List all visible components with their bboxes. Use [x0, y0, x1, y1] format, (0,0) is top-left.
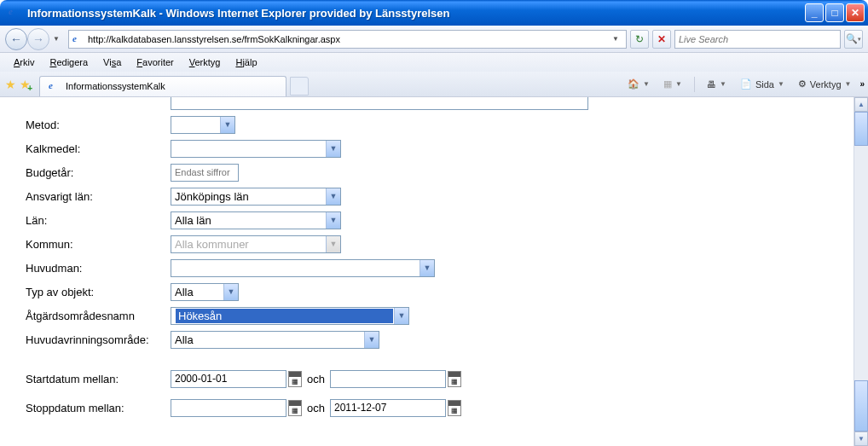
browser-tab[interactable]: e InformationssystemKalk — [39, 76, 286, 96]
add-favorite-icon[interactable]: ★+ — [20, 78, 31, 91]
ie-logo-icon: e — [9, 6, 22, 20]
overflow-icon[interactable]: » — [859, 79, 863, 89]
refresh-button[interactable]: ↻ — [630, 30, 649, 49]
chevron-down-icon: ▼ — [220, 117, 234, 133]
home-button[interactable]: 🏠▼ — [622, 77, 655, 91]
label-och-stop: och — [307, 402, 325, 414]
input-stoppdatum-to[interactable] — [330, 399, 446, 417]
calendar-button-start-from[interactable]: ▦ — [288, 371, 302, 387]
page-content: Metod: ▼ Kalkmedel: ▼ Budgetår: Ansvarig… — [0, 97, 854, 446]
select-metod[interactable]: ▼ — [171, 116, 235, 134]
select-typ-av-objekt[interactable]: Alla▼ — [171, 283, 239, 301]
menu-hjalp[interactable]: Hjälp — [229, 55, 263, 69]
window-title: InformationssystemKalk - Windows Interne… — [27, 7, 805, 20]
address-bar[interactable]: e ▼ — [68, 30, 627, 49]
label-startdatum: Startdatum mellan: — [26, 373, 171, 385]
calendar-icon: ▦ — [289, 377, 301, 386]
tab-toolbar-row: ★ ★+ e InformationssystemKalk 🏠▼ ▦▼ 🖶▼ 📄… — [0, 72, 868, 97]
scroll-down-button[interactable]: ▼ — [854, 432, 868, 446]
feeds-button[interactable]: ▦▼ — [658, 77, 687, 91]
input-startdatum-from[interactable] — [171, 370, 286, 388]
menu-redigera[interactable]: Redigera — [43, 55, 95, 69]
rss-icon: ▦ — [663, 78, 672, 90]
maximize-button[interactable]: □ — [825, 3, 844, 22]
select-lan[interactable]: Alla län▼ — [171, 211, 341, 229]
chevron-down-icon: ▼ — [326, 188, 340, 205]
print-icon: 🖶 — [707, 79, 716, 90]
favorites-icon[interactable]: ★ — [5, 78, 16, 91]
url-dropdown[interactable]: ▼ — [609, 35, 622, 43]
menu-favoriter[interactable]: Favoriter — [130, 55, 180, 69]
calendar-button-stop-to[interactable]: ▦ — [448, 400, 461, 416]
chevron-down-icon: ▼ — [223, 284, 238, 300]
calendar-button-stop-from[interactable]: ▦ — [288, 400, 302, 416]
label-lan: Län: — [26, 214, 171, 227]
window-titlebar: e InformationssystemKalk - Windows Inter… — [0, 0, 868, 26]
calendar-icon: ▦ — [289, 406, 301, 415]
new-tab-button[interactable] — [290, 77, 309, 96]
chevron-down-icon: ▼ — [326, 141, 340, 157]
tools-button[interactable]: ⚙Verktyg▼ — [793, 77, 857, 91]
stop-button[interactable]: ✕ — [652, 30, 671, 49]
input-startdatum-to[interactable] — [330, 370, 446, 388]
page-button[interactable]: 📄Sida▼ — [735, 77, 790, 91]
label-ansvarigt-lan: Ansvarigt län: — [26, 190, 171, 203]
chevron-down-icon: ▼ — [394, 308, 408, 324]
scroll-up-button[interactable]: ▲ — [854, 97, 868, 112]
window-controls: _ □ ✕ — [805, 3, 865, 22]
menu-bar: AArkivrkiv Redigera Visa Favoriter Verkt… — [0, 53, 868, 72]
print-button[interactable]: 🖶▼ — [702, 78, 732, 91]
calendar-button-start-to[interactable]: ▦ — [448, 371, 461, 387]
chevron-down-icon: ▼ — [420, 260, 434, 276]
select-atgardsomradesnamn[interactable]: Hökesån▼ — [171, 307, 409, 325]
label-kalkmedel: Kalkmedel: — [26, 142, 171, 155]
forward-button[interactable]: → — [27, 28, 49, 50]
label-huvudavrinningsomrade: Huvudavrinningsområde: — [26, 333, 171, 346]
search-button[interactable]: 🔍▾ — [844, 30, 863, 49]
close-button[interactable]: ✕ — [846, 3, 865, 22]
vertical-scrollbar[interactable]: ▲ ▼ — [854, 97, 868, 446]
minimize-button[interactable]: _ — [805, 3, 824, 22]
url-input[interactable] — [88, 34, 609, 44]
label-stoppdatum: Stoppdatum mellan: — [26, 402, 171, 414]
select-huvudman[interactable]: ▼ — [171, 259, 435, 277]
tab-icon: e — [49, 80, 61, 92]
chevron-down-icon: ▼ — [364, 332, 379, 348]
select-kalkmedel[interactable]: ▼ — [171, 140, 341, 158]
back-button[interactable]: ← — [5, 28, 27, 50]
menu-verktyg[interactable]: Verktyg — [182, 55, 228, 69]
input-budgetar[interactable] — [171, 164, 239, 182]
gear-icon: ⚙ — [798, 78, 807, 90]
page-icon: e — [72, 33, 84, 45]
label-atgardsomradesnamn: Åtgärdsområdesnamn — [26, 310, 171, 322]
nav-history-dropdown[interactable]: ▼ — [53, 35, 65, 43]
truncated-input[interactable] — [171, 97, 588, 110]
label-kommun: Kommun: — [26, 238, 171, 251]
menu-arkiv[interactable]: AArkivrkiv — [7, 55, 41, 69]
label-typ-av-objekt: Typ av objekt: — [26, 286, 171, 298]
search-box[interactable] — [674, 30, 841, 49]
tab-title: InformationssystemKalk — [66, 81, 165, 91]
select-kommun: Alla kommuner▼ — [171, 235, 341, 253]
input-stoppdatum-from[interactable] — [171, 399, 286, 417]
menu-visa[interactable]: Visa — [96, 55, 128, 69]
scroll-thumb-lower[interactable] — [854, 380, 868, 432]
page-icon-btn: 📄 — [740, 78, 752, 90]
search-input[interactable] — [679, 34, 836, 44]
label-huvudman: Huvudman: — [26, 262, 171, 275]
select-huvudavrinningsomrade[interactable]: Alla▼ — [171, 331, 379, 349]
label-och-start: och — [307, 373, 325, 385]
nav-bar: ← → ▼ e ▼ ↻ ✕ 🔍▾ — [0, 26, 868, 53]
home-icon: 🏠 — [628, 78, 639, 90]
calendar-icon: ▦ — [448, 406, 460, 415]
chevron-down-icon: ▼ — [326, 212, 340, 229]
calendar-icon: ▦ — [448, 377, 460, 386]
chevron-down-icon: ▼ — [326, 236, 340, 252]
label-metod: Metod: — [26, 119, 171, 131]
scroll-thumb[interactable] — [854, 112, 868, 146]
select-ansvarigt-lan[interactable]: Jönköpings län▼ — [171, 188, 341, 206]
label-budgetar: Budgetår: — [26, 166, 171, 179]
